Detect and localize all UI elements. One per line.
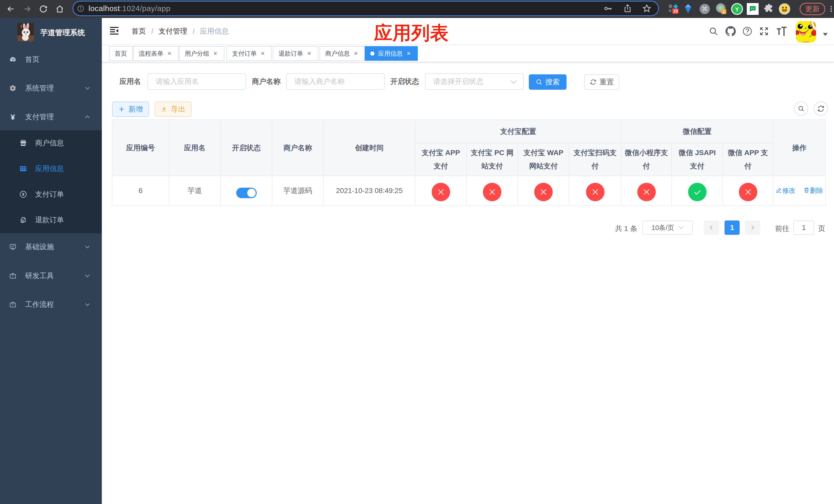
svg-text:10: 10 <box>673 9 678 13</box>
svg-text:1: 1 <box>723 10 725 14</box>
svg-text:¥: ¥ <box>11 113 15 120</box>
svg-text:Y: Y <box>735 6 739 13</box>
svg-text:¥: ¥ <box>22 192 25 197</box>
svg-text:⌘: ⌘ <box>702 5 708 12</box>
